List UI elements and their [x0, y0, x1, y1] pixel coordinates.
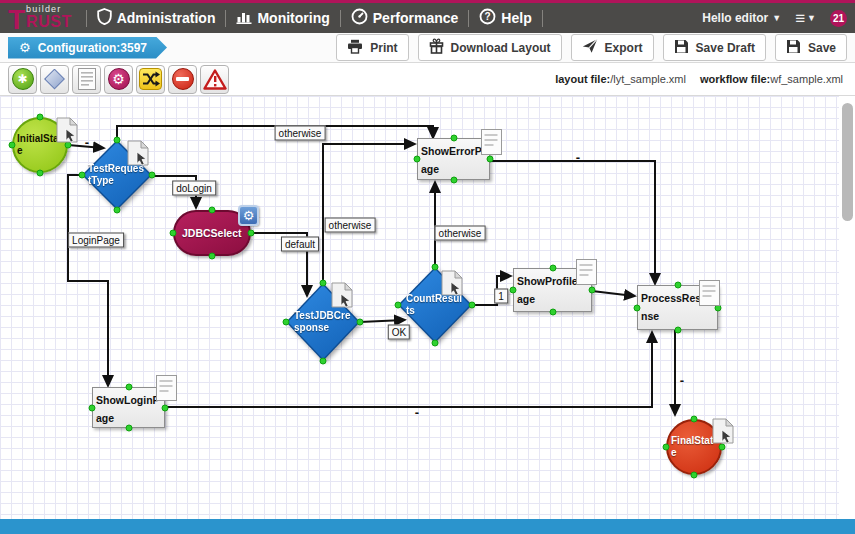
anchor-dot[interactable]: [691, 416, 698, 423]
edge-label[interactable]: -: [415, 405, 419, 420]
initial-state-tool[interactable]: ✱: [8, 65, 37, 94]
workflow-edge[interactable]: [490, 161, 655, 283]
anchor-dot[interactable]: [432, 340, 439, 347]
nav-label: Performance: [373, 10, 459, 26]
anchor-dot[interactable]: [9, 142, 16, 149]
workflow-edge[interactable]: [592, 291, 634, 296]
node-ShowLoginPage[interactable]: ShowLoginPage: [92, 387, 165, 428]
final-state-tool[interactable]: [168, 65, 197, 94]
anchor-dot[interactable]: [414, 156, 421, 163]
download-layout-button[interactable]: Download Layout: [418, 34, 562, 61]
export-button[interactable]: Export: [571, 34, 654, 61]
anchor-dot[interactable]: [170, 230, 177, 237]
document-icon[interactable]: [576, 259, 597, 285]
asterisk-circle-icon: ✱: [12, 68, 34, 90]
send-icon: [582, 38, 598, 57]
hamburger-menu-button[interactable]: ≡▼: [795, 10, 816, 27]
document-pointer-icon[interactable]: [56, 117, 80, 146]
anchor-dot[interactable]: [674, 327, 681, 334]
save-icon: [674, 39, 689, 57]
anchor-dot[interactable]: [549, 309, 556, 316]
nav-performance[interactable]: Performance: [341, 8, 469, 28]
button-label: Save: [808, 41, 836, 55]
transition-tool[interactable]: [136, 65, 165, 94]
document-icon[interactable]: [481, 129, 502, 155]
action-tool[interactable]: ⚙: [104, 65, 133, 94]
anchor-dot[interactable]: [37, 114, 44, 121]
nav-administration[interactable]: Administration: [87, 8, 226, 28]
anchor-dot[interactable]: [320, 358, 327, 365]
anchor-dot[interactable]: [209, 207, 216, 214]
anchor-dot[interactable]: [209, 253, 216, 260]
edge-label[interactable]: default: [281, 237, 319, 252]
stop-icon: [172, 68, 194, 90]
anchor-dot[interactable]: [450, 177, 457, 184]
anchor-dot[interactable]: [162, 404, 169, 411]
canvas-scrollbar[interactable]: [841, 98, 854, 516]
anchor-dot[interactable]: [125, 384, 132, 391]
save-icon: [786, 39, 801, 57]
edge-label[interactable]: 1: [494, 289, 508, 304]
anchor-dot[interactable]: [89, 404, 96, 411]
button-label: Print: [370, 41, 397, 55]
anchor-dot[interactable]: [320, 280, 327, 287]
notification-badge[interactable]: 21: [830, 10, 847, 27]
page-tool[interactable]: [72, 65, 101, 94]
anchor-dot[interactable]: [634, 304, 641, 311]
logo-t: T: [8, 9, 25, 30]
main-nav: Administration Monitoring Performance ? …: [86, 3, 543, 33]
document-pointer-icon[interactable]: [712, 418, 736, 447]
anchor-dot[interactable]: [283, 319, 290, 326]
document-icon[interactable]: [156, 375, 177, 401]
configuration-breadcrumb[interactable]: ⚙ Configuration:3597: [8, 37, 167, 59]
button-label: Download Layout: [451, 41, 551, 55]
edge-label[interactable]: otherwise: [435, 226, 486, 241]
warning-tool[interactable]: [200, 65, 229, 94]
document-pointer-icon[interactable]: [441, 270, 465, 299]
workflow-edge[interactable]: [323, 144, 414, 283]
edge-label[interactable]: -: [576, 150, 580, 165]
anchor-dot[interactable]: [487, 156, 494, 163]
edge-label[interactable]: LoginPage: [68, 233, 124, 248]
document-pointer-icon[interactable]: [127, 140, 151, 169]
anchor-dot[interactable]: [395, 302, 402, 309]
print-button[interactable]: Print: [336, 34, 408, 61]
edge-label[interactable]: otherwise: [275, 126, 326, 141]
edge-label[interactable]: -: [680, 373, 684, 388]
edge-label[interactable]: doLogin: [172, 181, 216, 196]
anchor-dot[interactable]: [114, 137, 121, 144]
save-draft-button[interactable]: Save Draft: [663, 34, 766, 61]
save-button[interactable]: Save: [775, 34, 847, 61]
user-menu[interactable]: Hello editor ▼: [702, 11, 781, 25]
trust-builder-logo[interactable]: T builder RUST: [8, 5, 72, 30]
anchor-dot[interactable]: [549, 265, 556, 272]
edge-label[interactable]: otherwise: [325, 218, 376, 233]
anchor-dot[interactable]: [510, 287, 517, 294]
scrollbar-thumb[interactable]: [842, 103, 853, 221]
gear-badge-icon[interactable]: ⚙: [238, 205, 259, 226]
breadcrumb-label: Configuration:3597: [38, 41, 147, 55]
anchor-dot[interactable]: [125, 425, 132, 432]
anchor-dot[interactable]: [589, 287, 596, 294]
anchor-dot[interactable]: [149, 172, 156, 179]
nav-label: Administration: [117, 10, 216, 26]
node-ShowErrorPage[interactable]: ShowErrorPage: [417, 138, 490, 180]
anchor-dot[interactable]: [37, 170, 44, 177]
workflow-edge[interactable]: [165, 333, 652, 407]
anchor-dot[interactable]: [469, 302, 476, 309]
anchor-dot[interactable]: [691, 472, 698, 479]
nav-monitoring[interactable]: Monitoring: [226, 9, 339, 27]
anchor-dot[interactable]: [248, 230, 255, 237]
anchor-dot[interactable]: [357, 319, 364, 326]
anchor-dot[interactable]: [674, 282, 681, 289]
anchor-dot[interactable]: [450, 135, 457, 142]
decision-tool[interactable]: [40, 65, 69, 94]
nav-help[interactable]: ? Help: [469, 8, 541, 28]
anchor-dot[interactable]: [79, 172, 86, 179]
anchor-dot[interactable]: [114, 207, 121, 214]
anchor-dot[interactable]: [663, 444, 670, 451]
document-pointer-icon[interactable]: [331, 282, 355, 311]
document-icon[interactable]: [699, 280, 720, 306]
workflow-canvas[interactable]: -otherwisedoLoginLoginPagedefaultotherwi…: [0, 96, 855, 519]
anchor-dot[interactable]: [432, 264, 439, 271]
